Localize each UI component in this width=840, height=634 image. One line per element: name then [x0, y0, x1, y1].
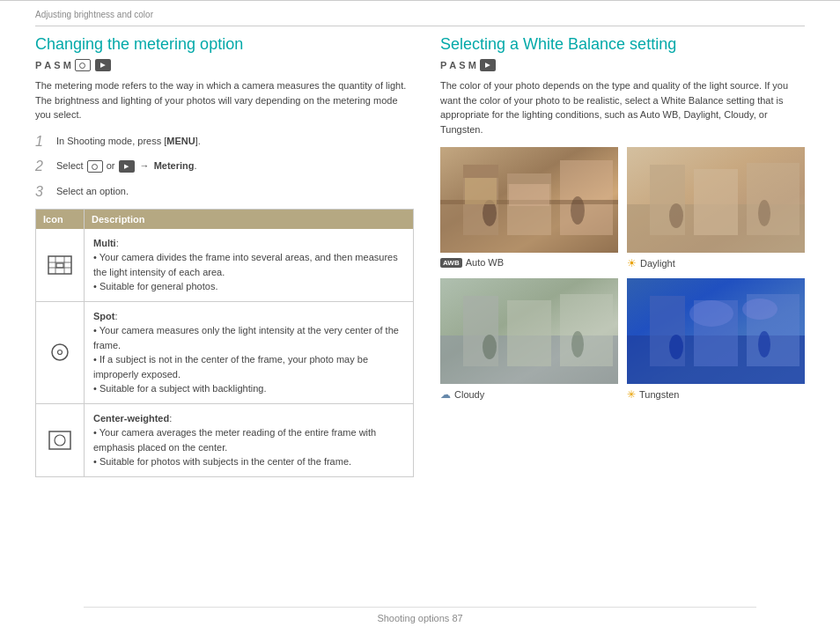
center-icon: [48, 431, 71, 450]
table-row-multi: Multi: Your camera divides the frame int…: [36, 229, 413, 302]
right-pasm-row: P A S M: [440, 59, 805, 71]
breadcrumb: Adjusting brightness and color: [35, 10, 153, 19]
wb-tungsten-block: ✳ Tungsten: [627, 278, 805, 401]
icon-cell-spot: [36, 302, 85, 403]
wb-auto-label: AWB Auto WB: [440, 257, 618, 268]
svg-point-36: [571, 331, 584, 358]
daylight-text: Daylight: [640, 258, 675, 269]
right-video-icon: [480, 59, 496, 71]
pasm-m: M: [63, 60, 71, 70]
svg-rect-15: [560, 160, 613, 235]
center-title: Center-weighted: [93, 413, 169, 424]
wb-daylight-block: ☀ Daylight: [627, 147, 805, 269]
wb-auto-image: [440, 147, 618, 253]
footer: Shooting options 87: [0, 613, 840, 623]
svg-rect-8: [49, 431, 70, 449]
step-3-num: 3: [35, 183, 49, 202]
autowb-text: Auto WB: [466, 257, 504, 268]
page: Adjusting brightness and color Changing …: [0, 0, 840, 634]
table-row-spot: Spot: Your camera measures only the ligh…: [36, 302, 413, 404]
icon-cell-center: [36, 404, 85, 476]
step-2: 2 Select or → Metering.: [35, 158, 414, 176]
spot-title: Spot: [93, 311, 114, 321]
video-inline-icon: [119, 160, 135, 173]
svg-point-9: [55, 435, 65, 446]
tungsten-icon: ✳: [627, 388, 636, 401]
wb-cloudy-label: ☁ Cloudy: [440, 388, 618, 401]
cloudy-svg: [440, 278, 618, 384]
right-pasm-s: S: [459, 60, 465, 70]
spot-bullet-2: If a subject is not in the center of the…: [93, 352, 404, 381]
svg-rect-19: [463, 165, 498, 178]
wb-auto-block: AWB Auto WB: [440, 147, 618, 269]
svg-point-44: [689, 300, 733, 327]
svg-rect-22: [509, 184, 549, 206]
right-column: Selecting a White Balance setting P A S …: [440, 35, 805, 477]
right-pasm-m: M: [468, 60, 476, 70]
left-section-desc: The metering mode refers to the way in w…: [35, 78, 414, 122]
svg-rect-21: [507, 173, 551, 184]
col-header-icon: Icon: [36, 210, 85, 229]
desc-cell-multi: Multi: Your camera divides the frame int…: [85, 229, 413, 301]
tungsten-svg: [627, 278, 805, 384]
top-bar: Adjusting brightness and color: [0, 0, 840, 26]
svg-point-45: [742, 299, 777, 320]
wb-daylight-label: ☀ Daylight: [627, 257, 805, 269]
svg-rect-0: [48, 256, 71, 274]
content-area: Changing the metering option P A S M The…: [0, 26, 840, 504]
svg-rect-33: [507, 300, 551, 366]
svg-point-6: [52, 344, 68, 360]
pasm-p: P: [35, 60, 41, 70]
metering-label: Metering: [154, 160, 195, 171]
table-header: Icon Description: [36, 210, 413, 229]
spot-bullet-3: Suitable for a subject with backlighting…: [93, 381, 404, 396]
svg-point-43: [758, 331, 770, 358]
multi-bullet-2: Suitable for general photos.: [93, 279, 404, 294]
sun-icon: ☀: [627, 257, 637, 269]
autowb-icon: AWB: [440, 258, 462, 268]
left-section-title: Changing the metering option: [35, 35, 414, 54]
multi-icon: [48, 255, 72, 275]
svg-point-18: [571, 196, 585, 225]
svg-rect-27: [747, 163, 799, 235]
svg-point-29: [758, 200, 770, 226]
spot-bullet-1: Your camera measures only the light inte…: [93, 323, 404, 352]
center-bullet-2: Suitable for photos with subjects in the…: [93, 454, 404, 469]
spot-bullets: Your camera measures only the light inte…: [93, 323, 404, 396]
cloudy-text: Cloudy: [454, 389, 484, 400]
spot-icon: [50, 343, 70, 362]
center-bullet-1: Your camera averages the meter reading o…: [93, 425, 404, 454]
wb-tungsten-label: ✳ Tungsten: [627, 388, 805, 401]
svg-rect-20: [465, 178, 497, 204]
metering-table: Icon Description: [35, 209, 414, 477]
wb-images-grid: AWB Auto WB: [440, 147, 805, 401]
svg-rect-5: [56, 263, 63, 268]
table-row-center: Center-weighted: Your camera averages th…: [36, 404, 413, 477]
right-section-desc: The color of your photo depends on the t…: [440, 78, 805, 136]
tungsten-text: Tungsten: [639, 389, 679, 400]
step-3: 3 Select an option.: [35, 183, 414, 202]
wb-daylight-image: [627, 147, 805, 253]
left-column: Changing the metering option P A S M The…: [35, 35, 414, 477]
col-header-desc: Description: [85, 210, 413, 229]
desc-cell-center: Center-weighted: Your camera averages th…: [85, 404, 413, 476]
svg-rect-26: [694, 169, 738, 235]
pasm-a: A: [44, 60, 51, 70]
video-icon: [95, 59, 111, 71]
svg-point-28: [669, 203, 683, 228]
wb-cloudy-image: [440, 278, 618, 384]
wb-cloudy-block: ☁ Cloudy: [440, 278, 618, 401]
svg-point-35: [483, 335, 497, 359]
step-1: 1 In Shooting mode, press [MENU].: [35, 133, 414, 151]
menu-label: MENU: [166, 136, 195, 146]
svg-point-7: [58, 350, 63, 355]
right-section-title: Selecting a White Balance setting: [440, 35, 805, 54]
right-pasm-p: P: [440, 60, 446, 70]
auto-wb-svg: [440, 147, 618, 253]
camera-inline-icon: [87, 160, 103, 173]
cloud-icon: ☁: [440, 388, 451, 401]
multi-title: Multi: [93, 238, 116, 248]
step-2-text: Select or → Metering.: [56, 158, 197, 173]
camera-icon: [75, 59, 91, 71]
left-pasm-row: P A S M: [35, 59, 414, 71]
